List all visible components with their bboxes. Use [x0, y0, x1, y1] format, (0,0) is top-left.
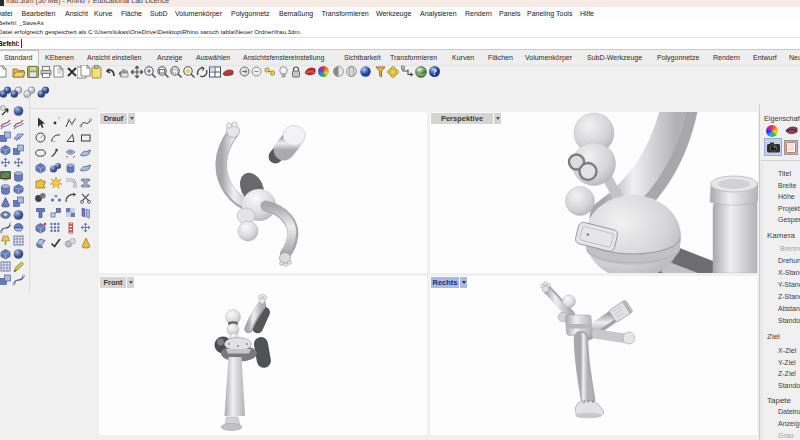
svg-text:?: ?	[432, 67, 436, 77]
